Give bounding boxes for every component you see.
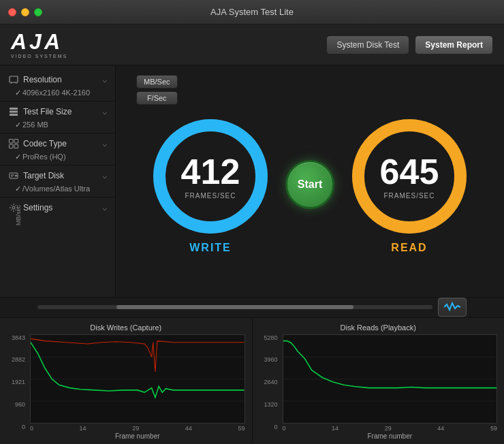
wave-icon — [444, 302, 460, 313]
write-chart-title: Disk Writes (Capture) — [7, 323, 245, 332]
resolution-label: Resolution — [23, 75, 62, 84]
svg-rect-9 — [14, 144, 18, 148]
target-disk-chevron: ⌵ — [102, 171, 107, 180]
read-chart-svg — [283, 335, 497, 423]
read-gauge-circle: 645 FRAMES/SEC — [348, 115, 471, 238]
window-controls — [8, 8, 42, 16]
titlebar: AJA System Test Lite — [0, 0, 504, 25]
gauges-row: 412 FRAMES/SEC WRITE Start 645 F — [149, 115, 471, 254]
f-sec-button[interactable]: F/Sec — [136, 91, 178, 105]
test-file-size-label: Test File Size — [23, 107, 72, 116]
mb-sec-button[interactable]: MB/Sec — [136, 75, 178, 89]
svg-rect-12 — [11, 175, 14, 176]
window-title: AJA System Test Lite — [210, 7, 294, 17]
divider-3 — [0, 165, 115, 165]
read-unit: FRAMES/SEC — [380, 192, 439, 200]
divider-2 — [0, 133, 115, 133]
read-chart: Disk Reads (Playback) 5280 3960 2640 132… — [253, 318, 505, 444]
write-chart-svg — [31, 335, 245, 423]
settings-icon — [8, 202, 19, 213]
svg-point-14 — [12, 206, 15, 209]
read-gauge-inner: 645 FRAMES/SEC — [380, 154, 439, 200]
sidebar-item-resolution[interactable]: Resolution ⌵ — [0, 71, 115, 89]
read-gauge: 645 FRAMES/SEC READ — [348, 115, 471, 254]
write-unit: FRAMES/SEC — [181, 192, 240, 200]
read-y-axis: 5280 3960 2640 1320 0 — [259, 334, 280, 440]
system-report-button[interactable]: System Report — [415, 35, 493, 54]
read-value: 645 — [380, 154, 439, 189]
target-disk-value: ✓/Volumes/Atlas Ultra — [0, 185, 115, 195]
read-chart-wrapper: 0 14 29 44 59 Frame number — [283, 334, 498, 440]
write-gauge: 412 FRAMES/SEC WRITE — [149, 115, 272, 254]
test-file-icon — [8, 106, 19, 117]
write-chart-area: 3843 2882 1921 960 0 — [7, 334, 245, 440]
read-label: READ — [391, 242, 427, 254]
svg-rect-0 — [10, 76, 18, 82]
sidebar-item-settings[interactable]: Settings ⌵ — [0, 199, 115, 217]
svg-rect-13 — [11, 176, 13, 177]
svg-rect-3 — [10, 108, 18, 110]
bottom-panel: Disk Writes (Capture) 3843 2882 1921 960… — [0, 297, 504, 444]
content-area: MB/Sec F/Sec 412 FRAMES/SEC WRITE — [116, 65, 504, 297]
svg-rect-4 — [10, 111, 18, 113]
header-buttons: System Disk Test System Report — [326, 35, 493, 54]
test-file-size-chevron: ⌵ — [102, 107, 107, 116]
sidebar-item-test-file-size[interactable]: Test File Size ⌵ — [0, 103, 115, 121]
app-logo: AJA VIDEO SYSTEMS — [11, 31, 67, 59]
minimize-button[interactable] — [21, 8, 29, 16]
svg-point-11 — [15, 175, 17, 177]
logo-subtitle: VIDEO SYSTEMS — [11, 54, 67, 59]
test-file-size-value: ✓256 MB — [0, 121, 115, 131]
main-panel: Resolution ⌵ ✓4096x2160 4K-2160 Test Fil… — [0, 65, 504, 297]
resolution-chevron: ⌵ — [102, 75, 107, 84]
write-gauge-inner: 412 FRAMES/SEC — [181, 154, 240, 200]
write-chart: Disk Writes (Capture) 3843 2882 1921 960… — [0, 318, 253, 444]
settings-label: Settings — [23, 203, 52, 212]
sidebar-item-target-disk[interactable]: Target Disk ⌵ — [0, 167, 115, 185]
write-chart-inner — [30, 334, 245, 424]
maximize-button[interactable] — [34, 8, 42, 16]
read-chart-area: 5280 3960 2640 1320 0 — [259, 334, 498, 440]
wave-bar — [0, 298, 504, 318]
scroll-track[interactable] — [37, 305, 432, 309]
svg-rect-6 — [10, 140, 14, 144]
unit-buttons: MB/Sec F/Sec — [136, 75, 178, 105]
codec-type-chevron: ⌵ — [102, 139, 107, 148]
codec-icon — [8, 138, 19, 149]
svg-rect-7 — [14, 140, 18, 144]
header: AJA VIDEO SYSTEMS System Disk Test Syste… — [0, 25, 504, 65]
scroll-thumb — [116, 305, 353, 309]
write-y-axis: 3843 2882 1921 960 0 — [7, 334, 27, 440]
write-gauge-circle: 412 FRAMES/SEC — [149, 115, 272, 238]
resolution-icon — [8, 74, 19, 85]
write-chart-wrapper: 0 14 29 44 59 Frame number — [30, 334, 245, 440]
divider-1 — [0, 101, 115, 101]
sidebar-item-codec-type[interactable]: Codec Type ⌵ — [0, 135, 115, 153]
target-disk-label: Target Disk — [23, 171, 64, 180]
scroll-area — [0, 298, 504, 317]
sidebar: Resolution ⌵ ✓4096x2160 4K-2160 Test Fil… — [0, 65, 116, 297]
wave-icon-button[interactable] — [438, 298, 467, 317]
target-disk-icon — [8, 170, 19, 181]
codec-type-value: ✓ProRes (HQ) — [0, 153, 115, 163]
read-chart-inner — [283, 334, 498, 424]
read-chart-title: Disk Reads (Playback) — [259, 323, 498, 332]
codec-type-label: Codec Type — [23, 139, 67, 148]
svg-rect-5 — [10, 114, 18, 116]
start-button[interactable]: Start — [285, 160, 334, 209]
resolution-value: ✓4096x2160 4K-2160 — [0, 89, 115, 99]
close-button[interactable] — [8, 8, 16, 16]
logo-text: AJA — [11, 31, 63, 52]
system-disk-test-button[interactable]: System Disk Test — [326, 35, 409, 54]
svg-rect-8 — [10, 144, 14, 148]
write-x-label: Frame number — [30, 432, 245, 440]
write-value: 412 — [181, 154, 240, 189]
divider-4 — [0, 197, 115, 197]
charts-row: Disk Writes (Capture) 3843 2882 1921 960… — [0, 318, 504, 444]
settings-chevron: ⌵ — [102, 203, 107, 212]
read-x-label: Frame number — [283, 432, 498, 440]
write-label: WRITE — [189, 242, 232, 254]
